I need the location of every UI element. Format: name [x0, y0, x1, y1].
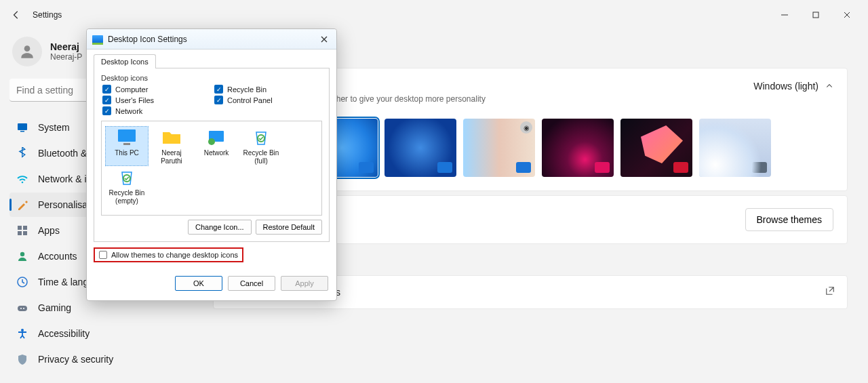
svg-rect-12 — [18, 306, 27, 311]
allow-themes-checkbox-row[interactable]: Allow themes to change desktop icons — [94, 247, 243, 262]
sidebar-item-accessibility[interactable]: Accessibility — [9, 321, 194, 346]
sidebar-item-label: Personalisat — [38, 199, 90, 210]
theme-accent-swatch — [437, 162, 452, 173]
checkbox-icon: ✓ — [214, 85, 223, 94]
net-icon — [205, 127, 228, 147]
pc-icon — [115, 127, 138, 147]
privacy-icon — [16, 353, 28, 365]
accounts-icon — [16, 250, 28, 262]
apply-button[interactable]: Apply — [281, 276, 328, 291]
open-external-icon — [825, 286, 835, 298]
folder-icon — [160, 127, 183, 147]
checkbox-label: Control Panel — [227, 96, 273, 104]
system-icon — [16, 121, 28, 134]
sidebar-item-label: Network & i — [38, 174, 87, 184]
wifi-icon — [16, 173, 28, 185]
svg-point-2 — [24, 45, 31, 52]
icon-recycle-bin-empty-[interactable]: Recycle Bin (empty) — [106, 167, 148, 205]
sidebar-item-label: Privacy & security — [38, 354, 113, 365]
theme-tile-2[interactable] — [384, 119, 456, 177]
gaming-icon — [16, 302, 28, 314]
svg-rect-4 — [20, 131, 24, 132]
cancel-button[interactable]: Cancel — [228, 276, 275, 291]
svg-point-10 — [20, 252, 24, 256]
checkbox-icon: ✓ — [102, 106, 111, 115]
checkbox-label: User's Files — [115, 96, 154, 104]
allow-themes-checkbox[interactable] — [99, 251, 107, 259]
svg-rect-18 — [118, 129, 136, 142]
icon-label: Recycle Bin (full) — [240, 149, 282, 165]
user-sub: Neeraj-P — [50, 52, 82, 62]
dialog-app-icon — [92, 35, 103, 43]
bluetooth-icon — [16, 147, 28, 159]
svg-rect-6 — [18, 226, 22, 230]
close-button[interactable] — [831, 4, 863, 26]
theme-accent-swatch — [752, 162, 767, 173]
checkbox-recycle-bin[interactable]: ✓Recycle Bin — [214, 85, 321, 94]
theme-tile-4[interactable] — [542, 119, 614, 177]
icon-network[interactable]: Network — [195, 127, 237, 165]
svg-point-21 — [208, 138, 215, 145]
change-icon-button[interactable]: Change Icon... — [188, 220, 252, 235]
checkbox-label: Recycle Bin — [227, 85, 267, 94]
chevron-up-icon — [825, 82, 833, 90]
checkbox-icon: ✓ — [102, 96, 111, 104]
svg-rect-19 — [123, 143, 130, 145]
theme-tile-5[interactable] — [620, 119, 692, 177]
checkbox-computer[interactable]: ✓Computer — [102, 85, 209, 94]
checkbox-user-s-files[interactable]: ✓User's Files — [102, 96, 209, 104]
dialog-title: Desktop Icon Settings — [108, 35, 187, 44]
theme-accent-swatch — [673, 162, 688, 173]
desktop-icon-settings-dialog: Desktop Icon Settings Desktop Icons Desk… — [86, 28, 337, 301]
svg-rect-3 — [18, 123, 27, 130]
sidebar-item-privacy[interactable]: Privacy & security — [9, 347, 194, 371]
svg-rect-9 — [23, 231, 27, 235]
current-theme-name: Windows (light) — [753, 81, 818, 92]
checkbox-label: Computer — [115, 85, 148, 94]
user-name: Neeraj — [50, 41, 82, 52]
bin-icon — [115, 167, 138, 187]
svg-rect-1 — [813, 12, 818, 18]
dialog-close-button[interactable] — [317, 33, 331, 46]
theme-accent-swatch — [595, 162, 610, 173]
icon-label: Network — [195, 149, 237, 157]
icon-label: This PC — [106, 149, 148, 157]
personalise-icon — [16, 199, 28, 211]
ok-button[interactable]: OK — [175, 276, 222, 291]
apps-icon — [16, 224, 28, 237]
sidebar-item-label: Accounts — [38, 251, 77, 262]
svg-point-5 — [22, 182, 24, 184]
svg-point-14 — [23, 308, 24, 309]
theme-tile-3[interactable]: ◉ — [463, 119, 535, 177]
svg-rect-8 — [18, 231, 22, 235]
accessibility-icon — [16, 327, 28, 340]
checkbox-network[interactable]: ✓Network — [102, 106, 209, 115]
checkbox-icon: ✓ — [102, 85, 111, 94]
icon-neeraj-paruthi[interactable]: Neeraj Paruthi — [151, 127, 193, 165]
theme-accent-swatch — [516, 162, 531, 173]
icon-this-pc[interactable]: This PC — [106, 127, 148, 165]
sidebar-item-label: Apps — [38, 225, 60, 236]
theme-accent-swatch — [359, 162, 374, 173]
checkbox-icon: ✓ — [214, 96, 223, 104]
desktop-icons-group-label: Desktop icons — [101, 74, 322, 82]
browse-themes-button[interactable]: Browse themes — [745, 208, 833, 231]
checkbox-label: Network — [115, 107, 142, 115]
maximize-button[interactable] — [800, 4, 831, 26]
minimize-button[interactable] — [769, 4, 800, 26]
icon-recycle-bin-full-[interactable]: Recycle Bin (full) — [240, 127, 282, 165]
sidebar-item-label: System — [38, 122, 70, 133]
bin-icon — [250, 127, 273, 147]
back-button[interactable] — [5, 4, 27, 26]
svg-rect-7 — [23, 226, 27, 230]
svg-point-15 — [21, 329, 24, 331]
camera-icon: ◉ — [520, 121, 532, 134]
tab-desktop-icons[interactable]: Desktop Icons — [94, 54, 156, 68]
theme-tile-6[interactable] — [699, 119, 771, 177]
sidebar-item-label: Gaming — [38, 302, 71, 313]
theme-picker-toggle[interactable]: Windows (light) — [753, 81, 833, 92]
restore-default-button[interactable]: Restore Default — [256, 220, 322, 235]
icon-label: Recycle Bin (empty) — [106, 189, 148, 205]
checkbox-control-panel[interactable]: ✓Control Panel — [214, 96, 321, 104]
icon-label: Neeraj Paruthi — [151, 149, 193, 165]
